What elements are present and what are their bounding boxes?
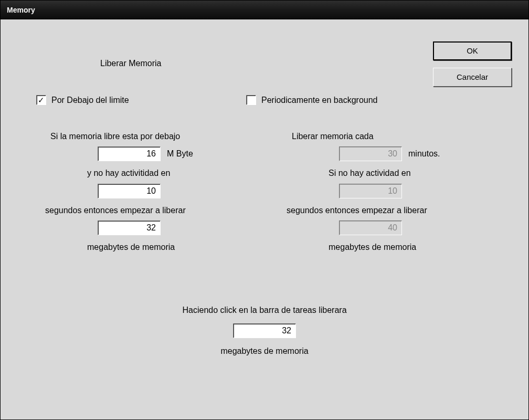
right-label-4: megabytes de memoria [329, 242, 491, 253]
periodic-free-mb-input: 40 [339, 220, 402, 235]
window-title: Memory [7, 6, 35, 14]
interval-minutes-input: 30 [339, 146, 402, 161]
cancel-button[interactable]: Cancelar [433, 68, 512, 87]
memory-settings-window: Memory Liberar Memoria OK Cancelar ✓ Por… [0, 0, 529, 420]
below-limit-checkbox[interactable]: ✓ [36, 95, 46, 105]
periodic-checkbox[interactable] [246, 95, 256, 105]
left-label-3: segundos entonces empezar a liberar [45, 205, 250, 216]
interval-minutes-unit: minutos. [408, 148, 440, 160]
footer-label-2: megabytes de memoria [1, 346, 528, 356]
free-mb-input[interactable]: 32 [98, 220, 161, 235]
left-label-1: Si la memoria libre esta por debajo [50, 131, 250, 142]
idle-seconds-input[interactable]: 10 [98, 184, 161, 198]
below-limit-option: ✓ Por Debajo del limite [36, 95, 129, 105]
right-label-1: Liberar memoria cada [292, 131, 491, 142]
threshold-mb-input[interactable]: 16 [98, 146, 161, 161]
periodic-settings: Liberar memoria cada 30 minutos. Si no h… [292, 124, 491, 258]
left-label-2: y no hay activitidad en [87, 167, 250, 179]
periodic-idle-seconds-input: 10 [339, 184, 402, 198]
taskbar-click-section: Haciendo click en la barra de tareas lib… [1, 306, 528, 356]
title-bar[interactable]: Memory [1, 1, 528, 19]
right-label-3: segundos entonces empezar a liberar [287, 205, 491, 216]
footer-label-1: Haciendo click en la barra de tareas lib… [1, 306, 528, 315]
periodic-option: Periodicamente en background [246, 95, 377, 105]
client-area: Liberar Memoria OK Cancelar ✓ Por Debajo… [1, 19, 528, 419]
ok-button[interactable]: OK [433, 41, 512, 60]
taskbar-free-mb-input[interactable]: 32 [233, 323, 296, 338]
section-heading: Liberar Memoria [100, 59, 161, 68]
below-limit-label: Por Debajo del limite [51, 96, 129, 105]
threshold-mb-unit: M Byte [167, 148, 193, 160]
below-limit-settings: Si la memoria libre esta por debajo 16 M… [50, 124, 250, 258]
periodic-label: Periodicamente en background [261, 96, 377, 105]
right-label-2: Si no hay actividad en [329, 167, 491, 179]
left-label-4: megabytes de memoria [87, 242, 250, 253]
